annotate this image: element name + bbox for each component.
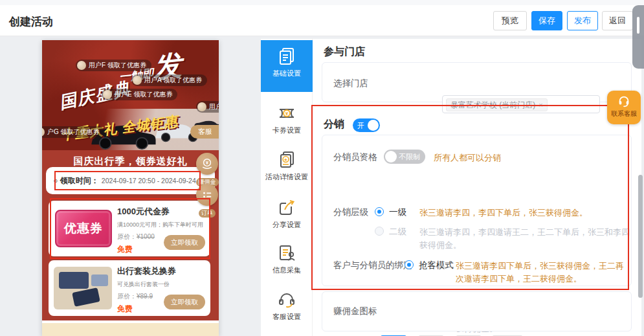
coin-icon: ¥ (196, 153, 218, 175)
claim-bubble: 用户E 领取了优惠券 (102, 89, 177, 100)
handle-grip-icon (637, 17, 639, 34)
level-2-desc: 张三邀请李四，李四邀请王二，王二下单后，张三和李四获得佣金。 (419, 226, 631, 252)
ticket-icon: ¥ (276, 102, 298, 124)
avatar (197, 102, 206, 111)
avatar (133, 76, 142, 85)
order-list-icon (196, 184, 218, 206)
nav-item-customer-service-settings[interactable]: 客服设置 (261, 284, 313, 330)
nav-item-partial[interactable]: ★ (261, 327, 313, 336)
distribution-toggle[interactable]: 开 (353, 118, 380, 132)
store-section-title: 参与门店 (324, 45, 365, 59)
side-handle[interactable] (632, 5, 644, 69)
mobile-preview: 国庆盛典 一触即发 十重大礼 全城钜惠 用户F 领取了优惠券 用户A 领取了优惠… (42, 40, 219, 336)
settings-nav: 基础设置 ¥ 卡券设置 ★ (261, 39, 313, 336)
coupon-product-image (54, 267, 112, 309)
tag-close-icon[interactable]: × (539, 99, 542, 111)
phone-footer-section (42, 323, 219, 336)
grab-mode-desc: 张三邀请李四下单后，张三获得佣金，王二再次邀请李四下单，王二获得佣金。 (456, 260, 627, 286)
nav-item-info-collection[interactable]: 信息采集 (261, 237, 313, 284)
coupon-title: 1000元代金券 (117, 206, 206, 218)
svg-text:¥: ¥ (206, 160, 208, 166)
levels-label: 分销层级 (333, 207, 368, 218)
nav-item-activity-detail-settings[interactable]: ★ 活动详情设置 (261, 144, 313, 190)
claim-now-button[interactable]: 立即领取 (164, 235, 205, 250)
banner-service-tag[interactable]: 客服 (190, 125, 219, 139)
share-icon (276, 197, 298, 219)
avatar (103, 90, 112, 99)
level-2-name: 二级 (389, 226, 406, 238)
documents-icon (276, 45, 298, 67)
nav-item-basic-settings[interactable]: 基础设置 (261, 40, 313, 92)
settings-panel: 基础设置 ¥ 卡券设置 ★ (261, 39, 641, 336)
qualification-toggle[interactable]: 不限制 (384, 150, 425, 164)
store-tag: 暴富艺术学校 (当前门店) × (446, 98, 548, 111)
coupon-card: 出行套装兑换券 可兑换出行套装一份 原价：¥89.9 免费 立即领取 (49, 260, 210, 316)
commission-icon-box: 赚佣金图标 (322, 291, 632, 331)
claim-bubble: 户G 领取了优惠券 (42, 126, 105, 138)
page-header: 创建活动 预览 保存 发布 返回 (0, 5, 644, 36)
nav-item-coupon-settings[interactable]: ¥ 卡券设置 (261, 97, 313, 144)
headset-icon (617, 94, 631, 108)
headset-icon (276, 289, 298, 311)
publish-button[interactable]: 发布 (567, 11, 598, 30)
avatar (77, 61, 86, 70)
browser-strip (0, 0, 644, 5)
qualification-hint: 所有人都可以分销 (434, 151, 501, 164)
document-star-icon: ★ (276, 149, 298, 171)
clock-icon (54, 177, 58, 185)
nav-item-share-settings[interactable]: 分享设置 (261, 192, 313, 238)
claim-bubble: 用户F 领取了优惠券 (76, 60, 151, 71)
distribution-title: 分销 (324, 118, 344, 131)
level-1-name: 一级 (389, 207, 406, 218)
save-button[interactable]: 保存 (531, 11, 562, 30)
coupon-title: 出行套装兑换券 (117, 265, 206, 277)
binding-label: 客户与分销员的绑定 (333, 260, 412, 271)
activity-title: 国庆出行季，领券送好礼 (42, 155, 219, 168)
coupon-desc: 可兑换出行套装一份 (117, 280, 206, 289)
order-float-button[interactable]: 订单 (195, 184, 219, 218)
commission-float-button[interactable]: ¥ 赚佣金 (195, 153, 219, 186)
svg-text:¥: ¥ (285, 111, 289, 117)
claim-now-button[interactable]: 立即领取 (164, 295, 205, 309)
document-person-icon (276, 242, 298, 264)
radio-grab-mode[interactable] (405, 260, 414, 269)
store-select-input[interactable]: 暴富艺术学校 (当前门店) × (442, 95, 600, 113)
contact-service-button[interactable]: 联系客服 (607, 91, 641, 124)
back-button[interactable]: 返回 (602, 11, 633, 30)
avatar (42, 128, 45, 137)
claim-time-label: 领取时间： (60, 175, 99, 186)
page-title: 创建活动 (9, 14, 53, 29)
grab-mode-name: 抢客模式 (419, 260, 454, 271)
store-field-label: 选择门店 (333, 78, 368, 89)
commission-icon-label: 赚佣金图标 (333, 306, 377, 317)
distribution-box: 分销员资格 不限制 所有人都可以分销 分销层级 一级 张三邀请李四，李四下单后，… (322, 135, 632, 286)
badge-star-icon: ★ (276, 332, 298, 336)
claim-time-box: 领取时间： 2024-09-17 20:50 - 2024-09-24 20:5… (46, 167, 215, 194)
coupon-badge: 优惠券 (55, 210, 112, 247)
coupon-card: 优惠券 1000元代金券 满10000元可用；购车下单时可用 原价：¥1000 … (49, 201, 210, 256)
svg-text:★: ★ (283, 157, 287, 162)
radio-level-1[interactable] (375, 207, 384, 216)
activity-banner: 国庆盛典 一触即发 十重大礼 全城钜惠 用户F 领取了优惠券 用户A 领取了优惠… (42, 40, 219, 150)
create-activity-page: 创建活动 预览 保存 发布 返回 国庆盛典 一触即发 十重大礼 全城钜惠 用户F… (0, 0, 644, 336)
preview-button[interactable]: 预览 (493, 11, 527, 30)
radio-level-2[interactable] (375, 227, 384, 236)
store-section-box: 选择门店 暴富艺术学校 (当前门店) × (322, 62, 632, 102)
claim-bubble: 用户I 领取了优惠券 (196, 101, 219, 113)
coupon-desc: 满10000元可用；购车下单时可用 (117, 221, 206, 229)
level-1-desc: 张三邀请李四，李四下单后，张三获得佣金。 (419, 207, 588, 219)
qualification-label: 分销员资格 (333, 151, 377, 163)
scrollbar-thumb[interactable] (638, 175, 643, 298)
claim-bubble: 用户A 领取了优惠券 (131, 74, 207, 86)
